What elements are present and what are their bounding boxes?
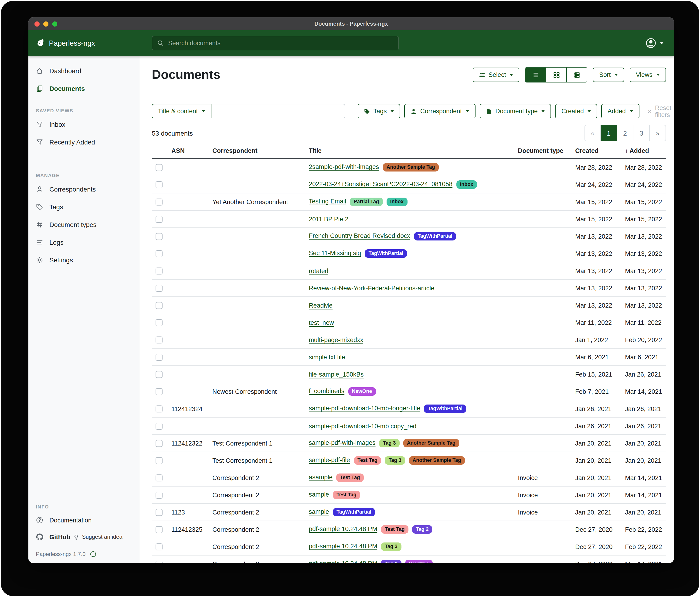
grid-view-button[interactable]: [546, 68, 567, 82]
document-link[interactable]: rotated: [309, 267, 328, 274]
views-button[interactable]: Views: [630, 68, 666, 82]
page-button-2[interactable]: 2: [617, 125, 633, 141]
sidebar-item-suggest-idea[interactable]: Suggest an idea: [73, 534, 123, 540]
tag-badge[interactable]: Tag 2: [381, 560, 401, 563]
document-link[interactable]: 2022-03-24+Sonstige+ScanPC2022-03-24_081…: [309, 181, 452, 188]
sidebar-item-correspondents[interactable]: Correspondents: [28, 181, 140, 198]
document-link[interactable]: Testing Email: [309, 198, 346, 205]
row-checkbox[interactable]: [155, 250, 162, 257]
tag-badge[interactable]: NewOne: [405, 560, 432, 563]
filter-text-input[interactable]: [211, 104, 345, 118]
tag-badge[interactable]: Test Tag: [354, 456, 381, 465]
brand[interactable]: Paperless-ngx: [35, 38, 95, 48]
document-link[interactable]: pdf-sample 10.24.48 PM: [309, 543, 377, 550]
row-checkbox[interactable]: [155, 164, 162, 171]
select-button[interactable]: Select: [473, 68, 520, 82]
card-view-button[interactable]: [567, 68, 587, 82]
tag-badge[interactable]: Test Tag: [381, 525, 408, 534]
row-checkbox[interactable]: [155, 371, 162, 378]
document-link[interactable]: pdf-sample 10.24.48 PM: [309, 560, 377, 563]
column-header-document-type[interactable]: Document type: [514, 145, 572, 159]
filter-tags-button[interactable]: Tags: [358, 104, 400, 118]
zoom-window-button[interactable]: [52, 21, 57, 26]
info-circle-icon[interactable]: [90, 551, 96, 557]
document-link[interactable]: file-sample_150kBs: [309, 371, 364, 378]
tag-badge[interactable]: TagWithPartial: [365, 249, 407, 258]
filter-document-type-button[interactable]: Document type: [479, 104, 551, 118]
tag-badge[interactable]: NewOne: [348, 387, 376, 396]
sidebar-item-inbox[interactable]: Inbox: [28, 116, 140, 133]
row-checkbox[interactable]: [155, 457, 162, 464]
prev-page-button[interactable]: «: [584, 125, 601, 141]
column-header-added[interactable]: ↑Added: [621, 145, 666, 159]
row-checkbox[interactable]: [155, 267, 162, 274]
row-checkbox[interactable]: [155, 285, 162, 292]
document-link[interactable]: French Country Bread Revised.docx: [309, 232, 410, 239]
document-link[interactable]: Review-of-New-York-Federal-Petitions-art…: [309, 285, 434, 291]
column-header-asn[interactable]: ASN: [168, 145, 209, 159]
document-link[interactable]: sample-pdf-with-images: [309, 439, 376, 446]
tag-badge[interactable]: Tag 3: [379, 439, 400, 448]
tag-badge[interactable]: TagWithPartial: [414, 232, 456, 241]
page-button-1[interactable]: 1: [601, 125, 617, 141]
row-checkbox[interactable]: [155, 336, 162, 343]
close-window-button[interactable]: [34, 21, 40, 26]
tag-badge[interactable]: Tag 3: [381, 543, 401, 551]
next-page-button[interactable]: »: [650, 125, 666, 141]
tag-badge[interactable]: Inbox: [386, 198, 407, 206]
tag-badge[interactable]: Inbox: [456, 181, 477, 189]
search-input[interactable]: [167, 39, 394, 47]
row-checkbox[interactable]: [155, 423, 162, 430]
tag-badge[interactable]: Test Tag: [336, 474, 364, 482]
tag-badge[interactable]: Tag 3: [385, 456, 405, 465]
filter-correspondent-button[interactable]: Correspondent: [404, 104, 476, 118]
document-link[interactable]: f_combineds: [309, 387, 344, 395]
document-link[interactable]: sample: [309, 508, 329, 515]
sidebar-item-documentation[interactable]: Documentation: [28, 512, 140, 528]
tag-badge[interactable]: TagWithPartial: [333, 508, 375, 517]
row-checkbox[interactable]: [155, 543, 162, 550]
document-link[interactable]: asample: [309, 474, 332, 481]
column-header-title[interactable]: Title: [305, 145, 514, 159]
document-link[interactable]: pdf-sample 10.24.48 PM: [309, 525, 377, 532]
row-checkbox[interactable]: [155, 216, 162, 223]
row-checkbox[interactable]: [155, 354, 162, 361]
column-header-created[interactable]: Created: [572, 145, 621, 159]
list-view-button[interactable]: [526, 68, 546, 82]
tag-badge[interactable]: Another Sample Tag: [403, 439, 459, 448]
filter-added-button[interactable]: Added: [601, 104, 639, 118]
document-link[interactable]: sample: [309, 491, 329, 498]
sidebar-item-recently-added[interactable]: Recently Added: [28, 133, 140, 151]
sidebar-item-dashboard[interactable]: Dashboard: [28, 62, 140, 80]
sidebar-item-github[interactable]: GitHub: [28, 528, 73, 545]
filter-field-button[interactable]: Title & content: [152, 104, 211, 118]
sidebar-item-logs[interactable]: Logs: [28, 234, 140, 251]
row-checkbox[interactable]: [155, 492, 162, 499]
row-checkbox[interactable]: [155, 560, 162, 563]
row-checkbox[interactable]: [155, 474, 162, 481]
document-link[interactable]: 2011 BP Pie 2: [309, 216, 348, 222]
tag-badge[interactable]: Another Sample Tag: [383, 163, 439, 172]
row-checkbox[interactable]: [155, 509, 162, 516]
row-checkbox[interactable]: [155, 181, 162, 188]
tag-badge[interactable]: Tag 2: [412, 525, 432, 534]
row-checkbox[interactable]: [155, 302, 162, 309]
sidebar-item-tags[interactable]: Tags: [28, 198, 140, 216]
row-checkbox[interactable]: [155, 198, 162, 206]
document-link[interactable]: simple txt file: [309, 354, 345, 360]
user-menu[interactable]: [646, 38, 664, 48]
row-checkbox[interactable]: [155, 319, 162, 326]
page-button-3[interactable]: 3: [633, 125, 650, 141]
row-checkbox[interactable]: [155, 388, 162, 395]
row-checkbox[interactable]: [155, 440, 162, 447]
row-checkbox[interactable]: [155, 233, 162, 240]
sidebar-item-settings[interactable]: Settings: [28, 251, 140, 269]
document-link[interactable]: test_new: [309, 319, 334, 326]
tag-badge[interactable]: Another Sample Tag: [409, 456, 465, 465]
tag-badge[interactable]: Test Tag: [333, 491, 360, 499]
filter-created-button[interactable]: Created: [555, 104, 597, 118]
row-checkbox[interactable]: [155, 405, 162, 412]
document-link[interactable]: ReadMe: [309, 302, 332, 309]
tag-badge[interactable]: TagWithPartial: [424, 405, 466, 413]
minimize-window-button[interactable]: [43, 21, 48, 26]
